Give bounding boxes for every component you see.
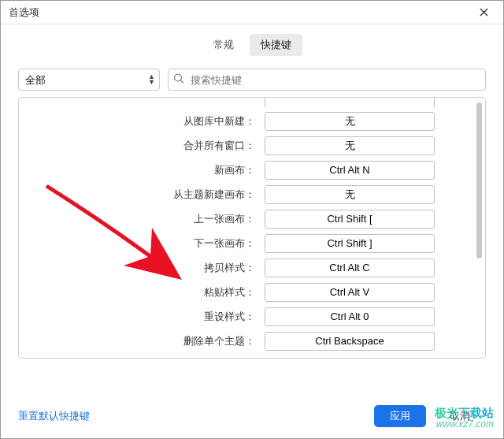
shortcuts-panel: 从图库中新建： 合并所有窗口： 新画布： 从主题新建画布： 上一张画布： 下一张… <box>18 97 486 359</box>
apply-button[interactable]: 应用 <box>374 405 426 427</box>
shortcut-row: 重设样式： <box>19 304 471 329</box>
tab-bar: 常规 快捷键 <box>1 24 503 64</box>
shortcut-row: 删除单个主题： <box>19 329 471 353</box>
search-input[interactable] <box>168 69 486 91</box>
svg-point-0 <box>175 74 182 81</box>
shortcut-input[interactable] <box>265 307 435 326</box>
reset-defaults-link[interactable]: 重置默认快捷键 <box>18 409 90 423</box>
footer: 重置默认快捷键 应用 取消 <box>1 394 503 438</box>
shortcut-label: 删除单个主题： <box>19 334 255 348</box>
shortcut-input[interactable] <box>265 98 435 108</box>
tab-general[interactable]: 常规 <box>202 34 245 56</box>
close-button[interactable] <box>472 1 495 24</box>
window-title: 首选项 <box>9 6 39 20</box>
shortcut-input[interactable] <box>265 161 435 180</box>
section-header: 插入主题和元素 <box>19 353 471 358</box>
shortcut-row <box>19 98 471 109</box>
shortcut-row: 上一张画布： <box>19 206 471 231</box>
shortcut-label: 上一张画布： <box>19 212 255 226</box>
shortcut-input[interactable] <box>265 185 435 204</box>
shortcut-row: 下一张画布： <box>19 231 471 255</box>
shortcut-row: 从图库中新建： <box>19 109 471 133</box>
shortcut-input[interactable] <box>265 259 435 277</box>
shortcut-row: 拷贝样式： <box>19 255 471 280</box>
footer-buttons: 应用 取消 <box>374 405 486 427</box>
titlebar: 首选项 <box>1 1 503 24</box>
shortcut-label: 下一张画布： <box>19 236 255 251</box>
tab-shortcuts[interactable]: 快捷键 <box>250 34 302 56</box>
category-select-wrap: 全部 ▲▼ <box>18 69 160 91</box>
search-wrap <box>168 69 486 91</box>
shortcut-input[interactable] <box>265 283 435 302</box>
shortcut-input[interactable] <box>265 332 435 351</box>
category-select[interactable]: 全部 <box>18 69 160 91</box>
scrollbar-thumb[interactable] <box>476 102 482 259</box>
shortcut-input[interactable] <box>265 112 435 131</box>
shortcut-input[interactable] <box>265 210 435 229</box>
cancel-button[interactable]: 取消 <box>434 405 486 427</box>
shortcut-label: 拷贝样式： <box>19 261 255 275</box>
shortcut-label: 从图库中新建： <box>19 114 255 128</box>
shortcut-row: 新画布： <box>19 158 471 182</box>
svg-line-1 <box>180 80 183 84</box>
shortcut-row: 从主题新建画布： <box>19 182 471 206</box>
scrollbar[interactable] <box>476 102 482 353</box>
shortcut-label: 合并所有窗口： <box>19 139 255 153</box>
shortcut-label: 重设样式： <box>19 310 255 324</box>
filter-toolbar: 全部 ▲▼ <box>1 64 503 97</box>
close-icon <box>480 6 488 19</box>
shortcut-input[interactable] <box>265 234 435 253</box>
shortcut-label: 粘贴样式： <box>19 285 255 299</box>
search-icon <box>173 73 184 87</box>
shortcut-label: 从主题新建画布： <box>19 188 255 202</box>
shortcut-row: 粘贴样式： <box>19 280 471 304</box>
shortcut-label: 新画布： <box>19 163 255 177</box>
shortcut-input[interactable] <box>265 136 435 155</box>
shortcut-row: 合并所有窗口： <box>19 133 471 158</box>
